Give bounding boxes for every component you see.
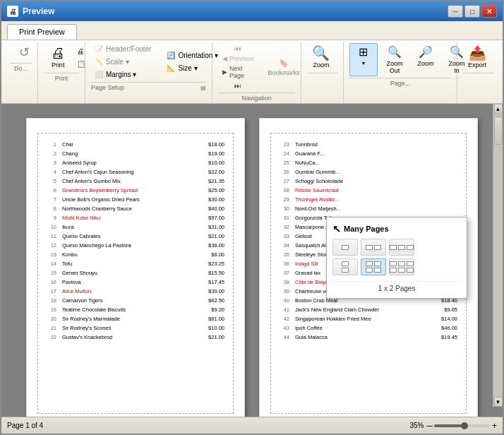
popup-header: ↖ Many Pages [332,223,461,234]
export-icon: 📤 [469,46,486,60]
size-icon: 📐 [167,64,175,72]
table-row: 42Singaporean Hokkien Fried Mee$14.00 [278,315,459,323]
ribbon: ↺ Do... 🖨 Print 🖨 📋 Print [1,40,503,104]
first-page-icon: ⏮ [234,44,241,52]
tab-print-preview[interactable]: Print Preview [7,24,77,40]
zoom-button[interactable]: 🔍 Zoom [307,43,335,71]
table-row: 4Chef Anton's Cajun Seasoning$22.00 [45,168,226,176]
table-row: 19Teatime Chocolate Biscuits$9.20 [45,306,226,314]
bookmarks-button[interactable]: 🔖 Bookmarks [270,43,298,91]
zoom-track [434,424,462,427]
zoom-control-icon: 🔎 [419,45,433,59]
popup-cell-1x1[interactable] [332,239,358,256]
nav-arrows: ⏮ ◀ Previous ▶ Next Page ⏭ [218,43,258,91]
main-window: 🖨 Preview ─ □ ✕ Print Preview ↺ Do... [0,0,504,435]
many-pages-button[interactable]: ⊞ ▾ [349,43,378,76]
vertical-scrollbar[interactable]: ▲ ▼ [493,104,503,407]
page-setup-expand[interactable]: ▤ [200,85,206,91]
table-row: 43Ipoh Coffee$46.00 [278,324,459,332]
scale-label: Scale ▾ [106,58,129,66]
table-row: 16Pavlova$17.45 [45,278,226,286]
table-row: 24Guaraná F... [278,150,459,157]
scroll-down-button[interactable]: ▼ [494,397,503,407]
next-page-button[interactable]: ▶ Next Page [218,64,258,81]
zoom-icon: 🔍 [312,46,330,60]
title-bar: 🖨 Preview ─ □ ✕ [1,1,503,21]
table-row: 18Carnarvon Tigers$62.50 [45,297,226,304]
popup-cell-3x1[interactable] [389,239,414,256]
margins-button[interactable]: ⬜ Margins ▾ [91,68,155,81]
page-area: 1Chai$18.002Chang$19.003Aniseed Syrup$10… [1,104,503,417]
popup-title: Many Pages [344,225,389,233]
table-row: 26Gumbar Gummib... [278,168,459,176]
zoom-percent: 35% [409,422,424,429]
page-info: Page 1 of 4 [7,422,404,429]
many-pages-label: ▾ [362,60,365,66]
undo-button[interactable]: ↺ [10,43,38,61]
table-row: 27Schoggi Schokolade [278,177,459,185]
export-group-label [463,73,494,75]
zoom-control-button[interactable]: 🔎 Zoom [412,43,440,76]
popup-cell-1x2[interactable] [332,258,358,275]
close-button[interactable]: ✕ [481,5,497,18]
table-row: 41Jack's New England Clam Chowder$9.65 [278,306,459,314]
scale-button[interactable]: 📏 Scale ▾ [91,56,155,68]
print-group-label: Print [44,73,79,82]
do-group-label: Do... [10,63,32,72]
page-1: 1Chai$18.002Chang$19.003Aniseed Syrup$10… [26,118,245,417]
page-1-content: 1Chai$18.002Chang$19.003Aniseed Syrup$10… [37,133,234,414]
header-footer-button[interactable]: 📝 Header/Footer [91,43,155,55]
app-icon: 🖨 [7,6,18,17]
table-row: 7Uncle Bob's Organic Dried Pears$30.00 [45,196,226,203]
table-row: 1Chai$18.00 [45,141,226,148]
ribbon-group-print: 🖨 Print 🖨 📋 Print [38,42,85,103]
table-row: 6Grandma's Boysenberry Spread$25.00 [45,186,226,194]
zoom-group-label [307,73,337,75]
table-row: 29Thüringer Rostbr... [278,196,459,203]
window-controls: ─ □ ✕ [448,5,497,18]
size-label: Size ▾ [178,64,197,72]
page-setup-group-label: Page Setup ▤ [91,82,206,91]
print-buttons: 🖨 Print 🖨 📋 [44,43,79,71]
export-button[interactable]: 📤 Export [463,43,491,71]
minimize-button[interactable]: ─ [448,5,463,18]
zoom-out-button[interactable]: 🔍 Zoom Out [380,43,409,76]
popup-cell-2x2[interactable] [361,258,386,275]
scroll-track [494,114,503,397]
table-row: 15Genen Shouyu$15.50 [45,269,226,277]
prev-page-button[interactable]: ◀ Previous [218,54,258,64]
status-bar: Page 1 of 4 35% ─ + [1,417,503,434]
table-row: 44Gula Malacca$19.45 [278,333,459,341]
zoom-slider[interactable] [434,424,491,427]
print-button[interactable]: 🖨 Print [44,43,72,71]
popup-cell-3x2[interactable] [389,258,414,275]
popup-cell-2x1[interactable] [361,239,386,256]
margins-label: Margins ▾ [106,71,136,78]
margins-icon: ⬜ [95,71,103,78]
first-page-button[interactable]: ⏮ [230,43,246,54]
bookmarks-label: Bookmarks [268,69,299,76]
zoom-thumb[interactable] [461,422,468,429]
table-row: 25NuNuCa... [278,159,459,167]
prev-label: Previous [229,55,254,62]
maximize-button[interactable]: □ [464,5,480,18]
doc-icon: 📋 [77,60,85,68]
ribbon-group-export: 📤 Export [457,42,500,103]
scroll-up-button[interactable]: ▲ [494,104,503,114]
last-page-button[interactable]: ⏭ [230,81,246,91]
zoom-out-label: Zoom Out [384,60,405,74]
many-pages-popup: ↖ Many Pages [326,217,467,299]
nav-content: ⏮ ◀ Previous ▶ Next Page ⏭ [218,43,295,91]
bookmarks-icon: 🔖 [279,59,289,68]
printer-icon: 🖨 [77,47,84,55]
ribbon-group-pages: ⊞ ▾ 🔍 Zoom Out 🔎 Zoom 🔍 [344,42,457,103]
scroll-thumb[interactable] [494,117,503,145]
table-row: 20Sir Rodney's Marmalade$81.00 [45,315,226,323]
zoom-minus-button[interactable]: ─ [426,421,433,431]
zoom-plus-button[interactable]: + [492,421,497,431]
zoom-out-icon: 🔍 [388,45,402,59]
page-setup-buttons: 📝 Header/Footer 📏 Scale ▾ ⬜ Margins ▾ [91,43,206,81]
table-row: 30Nord-Ost Matjesh... [278,205,459,213]
last-icon: ⏭ [234,82,241,90]
zoom-area: 35% ─ + [409,421,497,431]
